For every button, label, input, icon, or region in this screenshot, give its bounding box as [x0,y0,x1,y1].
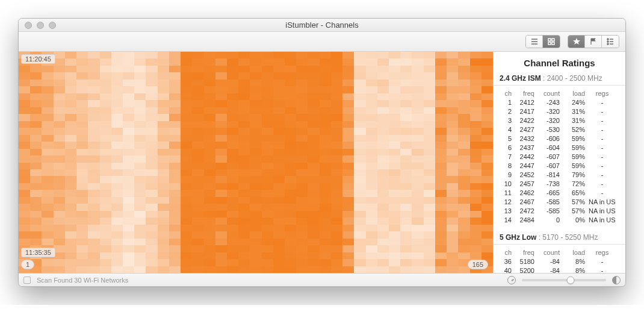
table-row[interactable]: 132472-58557%NA in US [500,207,619,216]
content-area: 11:20:45 11:35:35 1 165 Channel Ratings … [19,52,625,273]
clock-icon[interactable] [507,276,516,284]
app-window: iStumbler - Channels [18,18,626,287]
svg-rect-3 [548,39,551,41]
x-start-badge: 1 [21,260,34,269]
list-icon [530,37,539,46]
refresh-interval-slider[interactable] [522,279,606,281]
band-title: 5 GHz Low : 5170 - 5250 MHz [500,233,619,242]
table-row[interactable]: 42427-53052%- [500,125,619,134]
svg-rect-6 [552,42,554,45]
stop-scan-icon[interactable] [23,277,31,284]
table-row[interactable]: 92452-81479%- [500,171,619,180]
channel-heatmap[interactable]: 11:20:45 11:35:35 1 165 [19,52,493,273]
table-row[interactable]: 62437-60459%- [500,143,619,152]
table-row[interactable]: 405200-848%- [500,266,619,273]
svg-point-12 [607,43,608,45]
ratings-table: chfreqcountloadregs12412-24324%-22417-32… [500,89,619,225]
status-message: Scan Found 30 Wi-Fi Networks [37,277,128,284]
window-title: iStumbler - Channels [19,20,625,30]
table-row[interactable]: 32422-32031%- [500,116,619,125]
contrast-icon[interactable] [612,276,621,284]
flag-icon [589,37,598,46]
titlebar: iStumbler - Channels [19,19,625,32]
svg-point-8 [607,39,608,40]
svg-rect-5 [548,42,551,45]
grid-icon [547,37,556,46]
svg-point-10 [607,41,608,42]
ratings-panel: Channel Ratings 2.4 GHz ISM : 2400 - 250… [493,52,625,273]
svg-rect-4 [552,39,554,41]
svg-marker-7 [573,38,580,45]
table-row[interactable]: 82447-60759%- [500,161,619,171]
star-icon [572,37,581,46]
favorites-button[interactable] [568,36,585,48]
table-row[interactable]: 52432-60659%- [500,134,619,143]
toolbar [19,32,625,52]
table-row[interactable]: 112462-66565%- [500,189,619,198]
view-list-button[interactable] [526,36,543,48]
details-button[interactable] [602,36,619,48]
lines-icon [606,37,615,46]
table-row[interactable]: 365180-848%- [500,257,619,266]
time-start-label: 11:20:45 [21,54,55,64]
heatmap-canvas [19,52,493,273]
ratings-table: chfreqcountloadregs365180-848%-405200-84… [500,248,619,273]
table-row[interactable]: 72442-60759%- [500,152,619,161]
status-bar: Scan Found 30 Wi-Fi Networks [19,273,625,286]
table-row[interactable]: 122467-58557%NA in US [500,198,619,207]
table-row[interactable]: 22417-32031%- [500,107,619,116]
slider-thumb[interactable] [567,276,575,284]
ratings-title: Channel Ratings [500,58,619,68]
view-grid-button[interactable] [543,36,560,48]
time-end-label: 11:35:35 [21,248,55,257]
view-mode-segment [525,35,560,48]
table-row[interactable]: 14248400%NA in US [500,216,619,225]
flag-button[interactable] [585,36,602,48]
filter-segment [568,35,619,48]
table-row[interactable]: 12412-24324%- [500,98,619,107]
band-title: 2.4 GHz ISM : 2400 - 2500 MHz [500,74,619,83]
table-row[interactable]: 102457-73872%- [500,180,619,189]
x-end-badge: 165 [468,260,488,269]
